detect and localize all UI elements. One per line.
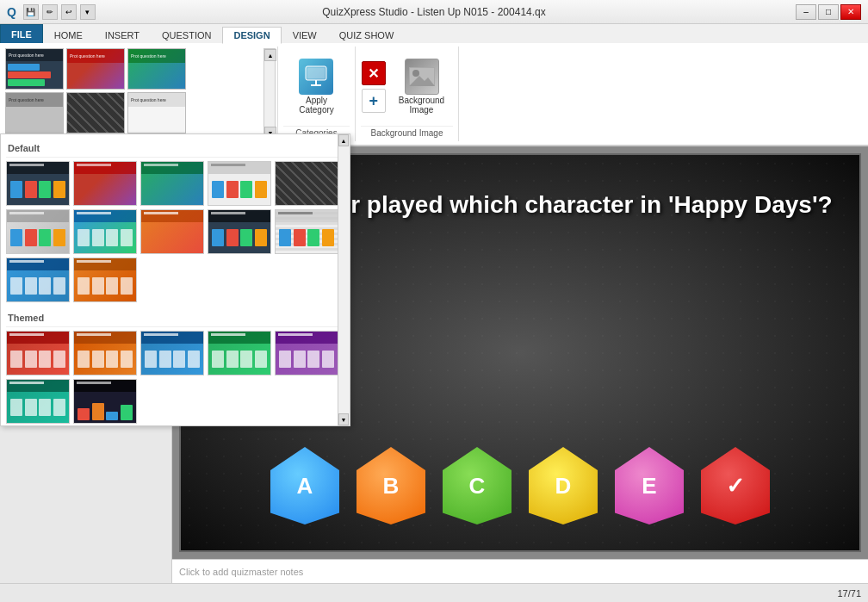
theme-blue-t[interactable] bbox=[140, 331, 204, 375]
theme-purple-t[interactable] bbox=[275, 331, 338, 375]
notes-placeholder: Click to add quizmaster notes bbox=[179, 567, 303, 577]
status-bar: 17/71 bbox=[0, 583, 868, 602]
theme-white-stripes[interactable] bbox=[275, 209, 338, 254]
window-title: QuizXpress Studio - Listen Up N015 - 200… bbox=[322, 6, 545, 18]
theme-orange-t[interactable] bbox=[73, 331, 137, 375]
extra-quick-btn[interactable]: ▾ bbox=[80, 4, 96, 20]
default-section-title: Default bbox=[6, 140, 344, 158]
theme-blue2[interactable] bbox=[6, 258, 70, 302]
design-dropdown-panel[interactable]: Default bbox=[0, 133, 350, 426]
background-image-section: ✕ + BackgroundImage B bbox=[356, 47, 459, 141]
tab-quiz-show[interactable]: QUIZ SHOW bbox=[328, 26, 406, 43]
scroll-up-btn[interactable]: ▲ bbox=[264, 49, 276, 61]
layout-thumb-6[interactable]: Prot question here bbox=[127, 92, 186, 133]
layout-thumb-1[interactable]: Prot question here bbox=[5, 48, 64, 90]
themed-section-title: Themed bbox=[6, 309, 344, 327]
app-logo: Q bbox=[7, 5, 16, 19]
apply-category-content: ApplyCategory bbox=[283, 50, 350, 124]
answer-correct[interactable]: ✓ bbox=[701, 447, 770, 524]
theme-green-blue[interactable] bbox=[140, 161, 204, 206]
background-image-btn[interactable]: BackgroundImage bbox=[391, 55, 452, 119]
bg-add-btn[interactable]: + bbox=[362, 89, 386, 113]
theme-dark2[interactable] bbox=[208, 209, 271, 254]
close-btn[interactable]: ✕ bbox=[840, 4, 861, 20]
layout-section: Prot question here Prot question here bbox=[3, 47, 278, 141]
tab-question[interactable]: QUESTION bbox=[151, 26, 222, 43]
layout-scroll: ▲ ▼ bbox=[264, 48, 276, 140]
bg-image-content: ✕ + BackgroundImage bbox=[361, 50, 453, 124]
undo-quick-btn[interactable]: ✏ bbox=[42, 4, 58, 20]
panel-scrollbar[interactable]: ▲ ▼ bbox=[338, 134, 350, 425]
theme-red[interactable] bbox=[6, 331, 70, 375]
theme-blue-teal[interactable] bbox=[73, 209, 137, 254]
answer-a[interactable]: A bbox=[270, 447, 339, 524]
answer-d[interactable]: D bbox=[529, 447, 598, 524]
theme-striped[interactable] bbox=[275, 161, 338, 206]
theme-orange2[interactable] bbox=[73, 258, 137, 302]
tab-home[interactable]: HOME bbox=[43, 26, 94, 43]
bg-image-icon bbox=[405, 59, 439, 94]
theme-dark[interactable] bbox=[6, 161, 70, 206]
ribbon-tab-bar: FILE HOME INSERT QUESTION DESIGN VIEW QU… bbox=[0, 24, 868, 43]
apply-category-btn[interactable]: ApplyCategory bbox=[291, 55, 342, 119]
title-bar-left: Q 💾 ✏ ↩ ▾ bbox=[7, 4, 96, 20]
answer-b[interactable]: B bbox=[356, 447, 425, 524]
bg-image-label: BackgroundImage bbox=[399, 96, 444, 115]
layout-thumb-2[interactable]: Prot question here bbox=[66, 48, 125, 90]
svg-rect-1 bbox=[307, 68, 325, 78]
theme-teal-t[interactable] bbox=[6, 379, 70, 424]
save-quick-btn[interactable]: 💾 bbox=[23, 4, 39, 20]
minimize-btn[interactable]: – bbox=[796, 4, 816, 20]
tab-insert[interactable]: INSERT bbox=[94, 26, 151, 43]
tab-file[interactable]: FILE bbox=[0, 24, 43, 43]
layout-thumbs: Prot question here Prot question here bbox=[5, 48, 264, 133]
bg-image-footer-label: Background Image bbox=[361, 126, 453, 138]
page-status: 17/71 bbox=[837, 588, 861, 599]
answer-buttons: A B C D E ✓ bbox=[181, 447, 859, 524]
apply-category-icon bbox=[299, 59, 333, 94]
answer-c[interactable]: C bbox=[443, 447, 512, 524]
window-controls: – □ ✕ bbox=[796, 4, 861, 20]
answer-e[interactable]: E bbox=[615, 447, 684, 524]
notes-bar[interactable]: Click to add quizmaster notes bbox=[172, 559, 868, 583]
title-bar: Q 💾 ✏ ↩ ▾ QuizXpress Studio - Listen Up … bbox=[0, 0, 868, 24]
maximize-btn[interactable]: □ bbox=[818, 4, 839, 20]
apply-category-section: ApplyCategory Categories bbox=[278, 47, 356, 141]
default-themes-grid bbox=[6, 161, 344, 302]
theme-light[interactable] bbox=[208, 161, 271, 206]
themed-themes-grid bbox=[6, 331, 344, 424]
panel-scroll-up[interactable]: ▲ bbox=[338, 134, 349, 146]
theme-red-purple[interactable] bbox=[73, 161, 137, 206]
tab-view[interactable]: VIEW bbox=[282, 26, 328, 43]
panel-scroll-down[interactable]: ▼ bbox=[338, 413, 349, 425]
layout-thumb-3[interactable]: Prot question here bbox=[127, 48, 186, 90]
theme-gray[interactable] bbox=[6, 209, 70, 254]
bg-remove-btn[interactable]: ✕ bbox=[362, 61, 386, 85]
layout-thumb-4[interactable]: Prot question here bbox=[5, 92, 64, 133]
theme-dark-blue-t[interactable] bbox=[73, 379, 137, 424]
apply-category-label: ApplyCategory bbox=[299, 96, 334, 115]
theme-green-t[interactable] bbox=[208, 331, 271, 375]
bg-remove-group: ✕ + bbox=[362, 61, 386, 113]
svg-point-6 bbox=[412, 70, 419, 77]
layout-thumb-5[interactable] bbox=[66, 92, 125, 133]
ribbon: Prot question here Prot question here bbox=[0, 43, 868, 146]
theme-orange-red[interactable] bbox=[140, 209, 204, 254]
redo-quick-btn[interactable]: ↩ bbox=[61, 4, 77, 20]
tab-design[interactable]: DESIGN bbox=[222, 27, 281, 44]
